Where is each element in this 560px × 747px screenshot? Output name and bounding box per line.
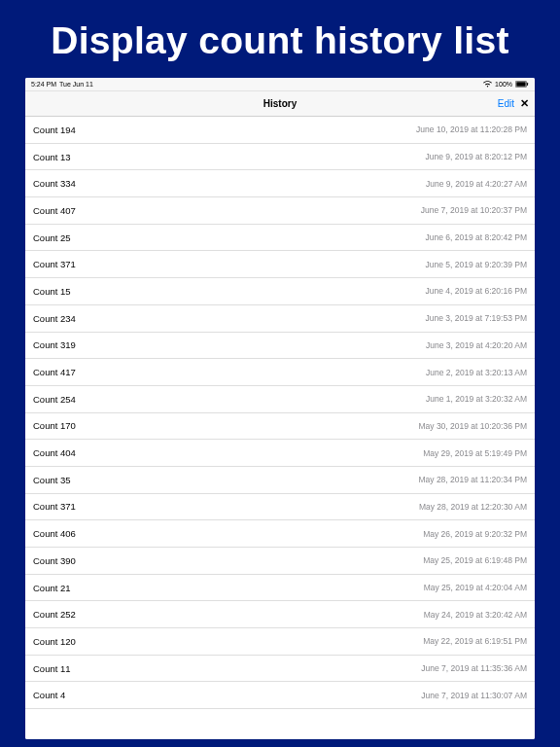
list-item-label: Count 234 <box>33 313 76 324</box>
list-item[interactable]: Count 407June 7, 2019 at 10:20:37 PM <box>25 197 535 225</box>
list-item-label: Count 25 <box>33 232 71 243</box>
list-item-label: Count 4 <box>33 690 65 700</box>
list-item-label: Count 170 <box>33 420 76 431</box>
list-item-time: June 7, 2019 at 11:35:36 AM <box>421 663 527 673</box>
history-list[interactable]: Count 194June 10, 2019 at 11:20:28 PMCou… <box>25 117 535 739</box>
list-item[interactable]: Count 35May 28, 2019 at 11:20:34 PM <box>25 467 535 494</box>
list-item[interactable]: Count 252May 24, 2019 at 3:20:42 AM <box>25 601 535 628</box>
list-item[interactable]: Count 254June 1, 2019 at 3:20:32 AM <box>25 386 535 413</box>
list-item-time: May 29, 2019 at 5:19:49 PM <box>423 448 527 458</box>
list-item-label: Count 13 <box>33 152 71 162</box>
list-item-time: May 25, 2019 at 6:19:48 PM <box>423 555 527 565</box>
list-item-time: May 28, 2019 at 11:20:34 PM <box>418 475 527 484</box>
close-button[interactable]: ✕ <box>520 97 529 110</box>
list-item-label: Count 371 <box>33 501 76 512</box>
list-item-label: Count 21 <box>33 583 71 593</box>
list-item[interactable]: Count 13June 9, 2019 at 8:20:12 PM <box>25 144 535 171</box>
list-item-time: June 9, 2019 at 4:20:27 AM <box>426 179 527 189</box>
list-item-label: Count 417 <box>33 367 76 377</box>
list-item-label: Count 194 <box>33 124 76 135</box>
svg-rect-2 <box>527 83 528 86</box>
list-item-label: Count 371 <box>33 259 76 269</box>
list-item[interactable]: Count 417June 2, 2019 at 3:20:13 AM <box>25 359 535 386</box>
list-item-label: Count 319 <box>33 339 76 350</box>
list-item-label: Count 390 <box>33 555 76 566</box>
list-item-label: Count 252 <box>33 609 76 620</box>
list-item-time: June 9, 2019 at 8:20:12 PM <box>426 152 527 161</box>
list-item[interactable]: Count 334June 9, 2019 at 4:20:27 AM <box>25 170 535 197</box>
list-item-label: Count 406 <box>33 528 76 539</box>
list-item[interactable]: Count 390May 25, 2019 at 6:19:48 PM <box>25 548 535 575</box>
list-item[interactable]: Count 319June 3, 2019 at 4:20:20 AM <box>25 333 535 360</box>
wifi-icon <box>483 81 492 88</box>
list-item-time: May 26, 2019 at 9:20:32 PM <box>423 529 527 539</box>
list-item-time: June 4, 2019 at 6:20:16 PM <box>426 286 527 296</box>
list-item[interactable]: Count 15June 4, 2019 at 6:20:16 PM <box>25 278 535 305</box>
nav-bar: History Edit ✕ <box>25 91 535 117</box>
list-item-time: May 25, 2019 at 4:20:04 AM <box>424 583 527 592</box>
list-item-time: June 3, 2019 at 4:20:20 AM <box>426 340 527 350</box>
list-item[interactable]: Count 404May 29, 2019 at 5:19:49 PM <box>25 440 535 467</box>
status-date: Tue Jun 11 <box>59 81 93 88</box>
list-item-time: June 1, 2019 at 3:20:32 AM <box>426 394 527 404</box>
status-bar: 5:24 PM Tue Jun 11 100% <box>25 78 535 91</box>
status-left: 5:24 PM Tue Jun 11 <box>31 81 93 88</box>
list-item[interactable]: Count 371June 5, 2019 at 9:20:39 PM <box>25 251 535 278</box>
list-item[interactable]: Count 406May 26, 2019 at 9:20:32 PM <box>25 520 535 548</box>
list-item[interactable]: Count 120May 22, 2019 at 6:19:51 PM <box>25 628 535 656</box>
list-item-time: June 7, 2019 at 11:30:07 AM <box>421 691 527 700</box>
list-item[interactable]: Count 11June 7, 2019 at 11:35:36 AM <box>25 656 535 683</box>
list-item-label: Count 407 <box>33 205 76 216</box>
list-item[interactable]: Count 25June 6, 2019 at 8:20:42 PM <box>25 225 535 252</box>
nav-right: Edit ✕ <box>498 97 529 110</box>
list-item-time: June 2, 2019 at 3:20:13 AM <box>426 368 527 377</box>
list-item-label: Count 35 <box>33 475 71 485</box>
list-item-label: Count 334 <box>33 178 76 189</box>
page-title: Display count history list <box>0 0 560 78</box>
status-right: 100% <box>483 81 529 88</box>
svg-rect-1 <box>516 82 525 86</box>
list-item-time: May 28, 2019 at 12:20:30 AM <box>419 502 527 512</box>
list-item-label: Count 254 <box>33 394 76 405</box>
list-item-time: June 10, 2019 at 11:20:28 PM <box>416 124 527 134</box>
list-item-label: Count 120 <box>33 636 76 647</box>
list-item-label: Count 15 <box>33 286 71 297</box>
list-item-label: Count 404 <box>33 447 76 458</box>
list-item[interactable]: Count 234June 3, 2019 at 7:19:53 PM <box>25 305 535 333</box>
list-item-time: May 22, 2019 at 6:19:51 PM <box>423 636 527 646</box>
nav-title: History <box>263 98 297 109</box>
list-item-time: June 5, 2019 at 9:20:39 PM <box>426 260 527 269</box>
list-item[interactable]: Count 371May 28, 2019 at 12:20:30 AM <box>25 494 535 521</box>
list-item-time: June 6, 2019 at 8:20:42 PM <box>426 232 527 242</box>
edit-button[interactable]: Edit <box>498 98 514 109</box>
device-frame: 5:24 PM Tue Jun 11 100% History Edit ✕ C… <box>25 78 535 739</box>
list-item-time: May 30, 2019 at 10:20:36 PM <box>418 421 527 431</box>
battery-icon <box>515 81 529 88</box>
list-item-time: May 24, 2019 at 3:20:42 AM <box>424 610 527 620</box>
list-item[interactable]: Count 4June 7, 2019 at 11:30:07 AM <box>25 682 535 709</box>
status-time: 5:24 PM <box>31 81 56 88</box>
list-item[interactable]: Count 170May 30, 2019 at 10:20:36 PM <box>25 413 535 441</box>
list-item[interactable]: Count 194June 10, 2019 at 11:20:28 PM <box>25 117 535 144</box>
battery-percentage: 100% <box>495 81 512 88</box>
list-item-time: June 3, 2019 at 7:19:53 PM <box>426 313 527 323</box>
list-item-time: June 7, 2019 at 10:20:37 PM <box>421 205 527 215</box>
list-item[interactable]: Count 21May 25, 2019 at 4:20:04 AM <box>25 575 535 602</box>
list-item-label: Count 11 <box>33 663 71 674</box>
